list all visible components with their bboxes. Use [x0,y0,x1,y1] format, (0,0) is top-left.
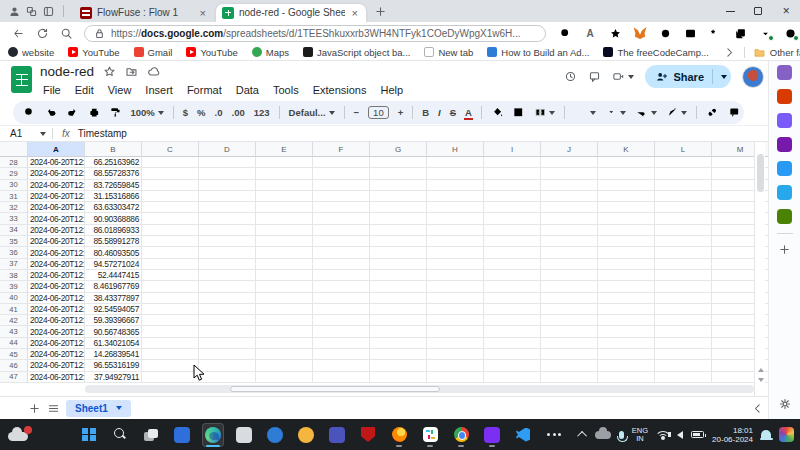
cell-empty[interactable] [655,168,712,179]
row-header-30[interactable]: 30 [0,180,28,191]
cell-empty[interactable] [484,372,541,383]
cell-empty[interactable] [598,157,655,168]
number-format-button[interactable]: 123 [254,107,270,118]
split-screen-icon[interactable] [681,24,699,42]
cell-empty[interactable] [598,259,655,270]
row-header-36[interactable]: 36 [0,247,28,258]
cell-empty[interactable] [370,372,427,383]
cell-empty[interactable] [370,349,427,360]
row-header-37[interactable]: 37 [0,259,28,270]
battery-icon[interactable] [691,431,704,438]
sidebar-app-games-icon[interactable] [777,113,792,128]
cell-empty[interactable] [484,180,541,191]
cell-empty[interactable] [142,191,199,202]
cell-empty[interactable] [655,304,712,315]
cell-empty[interactable] [313,180,370,191]
column-header-C[interactable]: C [142,142,199,157]
tab-close-icon[interactable]: × [198,8,208,18]
cell-empty[interactable] [199,270,256,281]
column-header-F[interactable]: F [313,142,370,157]
cell-empty[interactable] [484,213,541,224]
cell-empty[interactable] [598,304,655,315]
cell-value[interactable]: 37.94927911 [85,372,142,383]
row-header-40[interactable]: 40 [0,293,28,304]
cell-empty[interactable] [256,259,313,270]
column-header-B[interactable]: B [85,142,142,157]
cell-empty[interactable] [142,168,199,179]
minimize-button[interactable] [716,0,744,22]
cell-empty[interactable] [199,225,256,236]
fill-color-button[interactable] [491,106,504,119]
cell-empty[interactable] [541,202,598,213]
cell-empty[interactable] [598,191,655,202]
tab-actions-icon[interactable] [42,5,55,18]
cell-empty[interactable] [655,338,712,349]
extension-ring-icon[interactable] [656,24,674,42]
cell-empty[interactable] [142,315,199,326]
address-bar[interactable]: https://docs.google.com/spreadsheets/d/1… [84,25,546,42]
read-aloud-icon[interactable]: A [581,24,599,42]
cell-empty[interactable] [484,304,541,315]
cell-empty[interactable] [655,326,712,337]
cell-empty[interactable] [370,213,427,224]
cell-empty[interactable] [541,247,598,258]
cell-empty[interactable] [655,191,712,202]
collections-icon[interactable] [731,24,749,42]
column-header-I[interactable]: I [484,142,541,157]
menu-view[interactable]: View [103,83,137,97]
cell-empty[interactable] [541,349,598,360]
cell-empty[interactable] [598,168,655,179]
cell-empty[interactable] [655,360,712,371]
cell-timestamp[interactable]: 2024-06-20T12:2 [28,225,85,236]
cell-empty[interactable] [313,259,370,270]
cell-empty[interactable] [313,315,370,326]
row-header-43[interactable]: 43 [0,326,28,337]
cell-empty[interactable] [142,236,199,247]
cell-empty[interactable] [199,247,256,258]
cell-empty[interactable] [427,247,484,258]
onedrive-icon[interactable] [595,431,611,439]
cell-empty[interactable] [256,270,313,281]
add-sidebar-app-icon[interactable] [778,243,791,256]
cell-empty[interactable] [142,270,199,281]
google-sheets-logo-icon[interactable] [11,66,32,93]
share-button[interactable]: Share [645,65,731,88]
column-header-D[interactable]: D [199,142,256,157]
cell-empty[interactable] [142,247,199,258]
cell-empty[interactable] [655,225,712,236]
cell-value[interactable]: 38.43377897 [85,293,142,304]
version-history-icon[interactable] [564,70,577,83]
downloads-icon[interactable] [756,24,774,42]
cell-empty[interactable] [256,157,313,168]
bold-button[interactable]: B [422,107,429,118]
cell-empty[interactable] [598,180,655,191]
menu-data[interactable]: Data [231,83,264,97]
cell-timestamp[interactable]: 2024-06-20T12:2 [28,360,85,371]
cell-empty[interactable] [655,202,712,213]
name-box[interactable]: A1 [0,128,52,139]
cell-empty[interactable] [427,270,484,281]
photos-app[interactable] [171,423,193,447]
cell-empty[interactable] [256,191,313,202]
bookmark-youtube[interactable]: YouTube [68,47,119,58]
cell-empty[interactable] [541,157,598,168]
cell-empty[interactable] [313,236,370,247]
firefox[interactable] [388,423,410,447]
cell-timestamp[interactable]: 2024-06-20T12:2 [28,338,85,349]
collapse-sidebar-icon[interactable] [751,402,764,415]
cell-empty[interactable] [655,270,712,281]
format-currency-button[interactable]: $ [183,107,188,118]
app-purple[interactable] [481,423,503,447]
sidebar-app-toolbox-icon[interactable] [777,89,792,104]
mcafee[interactable] [357,423,379,447]
cell-empty[interactable] [370,202,427,213]
cell-timestamp[interactable]: 2024-06-20T12:2 [28,191,85,202]
microsoft-teams[interactable] [326,423,348,447]
metamask-extension-icon[interactable] [631,24,649,42]
cell-empty[interactable] [541,293,598,304]
font-size-increase-button[interactable]: + [398,107,404,118]
horizontal-align-button[interactable] [574,106,596,119]
cell-empty[interactable] [427,157,484,168]
cell-empty[interactable] [427,168,484,179]
search-icon[interactable] [54,27,78,40]
